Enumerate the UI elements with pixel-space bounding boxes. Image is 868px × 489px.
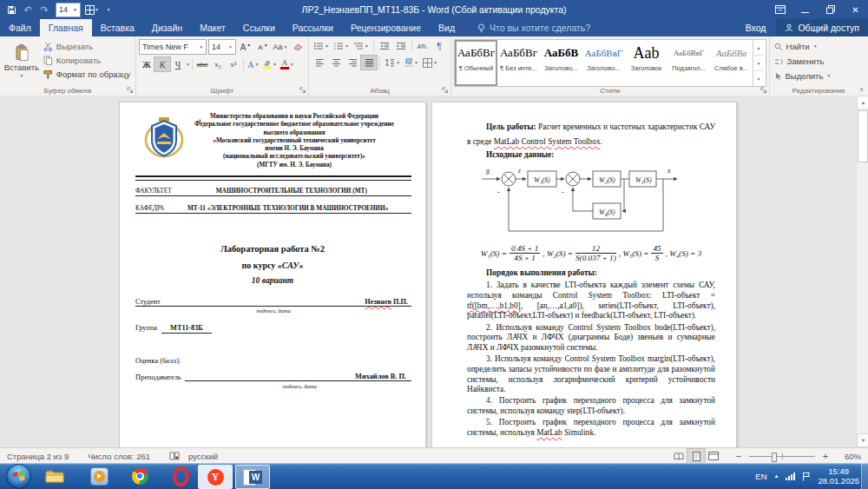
- tell-me-search[interactable]: Что вы хотите сделать?: [477, 19, 590, 36]
- vertical-scrollbar[interactable]: ▲ ▼: [856, 96, 868, 447]
- gallery-scroll-up-icon[interactable]: ▲: [753, 40, 764, 56]
- redo-icon[interactable]: ↷: [37, 2, 51, 17]
- taskbar-word-button[interactable]: W: [235, 465, 270, 489]
- align-right-button[interactable]: [345, 56, 360, 69]
- show-paragraph-marks-button[interactable]: ¶: [431, 39, 447, 53]
- zoom-level[interactable]: 60%: [838, 452, 861, 461]
- text-effects-button[interactable]: А▼: [246, 57, 261, 71]
- style-heading2[interactable]: АаБбВвГ Заголово...: [582, 40, 625, 86]
- tab-mailings[interactable]: Рассылки: [284, 19, 342, 36]
- document-canvas[interactable]: + Министерство образования и науки Росси…: [0, 96, 868, 447]
- dialog-launcher-icon[interactable]: [442, 87, 449, 94]
- subscript-button[interactable]: x₂: [210, 57, 226, 71]
- taskbar-yandex-button[interactable]: Y: [198, 465, 233, 489]
- restore-icon[interactable]: [818, 0, 843, 19]
- zoom-out-button[interactable]: −: [734, 451, 743, 461]
- sign-in-button[interactable]: Вход: [735, 19, 777, 36]
- page-indicator[interactable]: Страница 2 из 9: [7, 452, 69, 461]
- zoom-slider-thumb[interactable]: [772, 453, 777, 462]
- start-button[interactable]: [3, 465, 33, 487]
- numbering-button[interactable]: ▼: [332, 39, 351, 53]
- format-painter-button[interactable]: Формат по образцу: [41, 68, 133, 81]
- ribbon-display-options-icon[interactable]: [767, 0, 792, 19]
- style-subtle-emphasis[interactable]: АаБбВв Слабое в...: [710, 40, 753, 86]
- page-2-content-page[interactable]: Цель работы: Расчет временных и частотны…: [431, 102, 737, 447]
- superscript-button[interactable]: x²: [226, 57, 241, 71]
- style-normal[interactable]: АаБбВг ¶ Обычный: [455, 40, 497, 86]
- zoom-slider[interactable]: [749, 456, 815, 457]
- tab-references[interactable]: Ссылки: [234, 19, 284, 36]
- font-size-combo[interactable]: 14▼: [208, 39, 236, 55]
- dialog-launcher-icon[interactable]: [299, 87, 306, 94]
- style-heading1[interactable]: АаБбВ Заголово...: [540, 40, 582, 86]
- tab-file[interactable]: Файл: [0, 19, 40, 36]
- word-count[interactable]: Число слов: 261: [88, 452, 150, 461]
- tab-view[interactable]: Вид: [430, 19, 464, 36]
- strikethrough-button[interactable]: abc: [194, 57, 210, 71]
- share-button[interactable]: Общий доступ: [776, 19, 868, 36]
- close-icon[interactable]: ✕: [843, 0, 868, 19]
- bullets-button[interactable]: ▼: [312, 39, 331, 53]
- change-case-button[interactable]: Аа▼: [273, 40, 288, 54]
- control-system-block-diagram[interactable]: g ε x - - W₁(S) W₂(S) W₃(S) W₄(S): [464, 163, 690, 238]
- read-mode-icon[interactable]: [670, 449, 687, 463]
- minimize-icon[interactable]: [792, 0, 818, 19]
- select-button[interactable]: Выделить ▼: [774, 69, 864, 83]
- undo-icon[interactable]: ↶: [21, 2, 35, 17]
- web-layout-icon[interactable]: [705, 449, 722, 463]
- save-icon[interactable]: [4, 2, 18, 17]
- taskbar-clock[interactable]: 15:49 28.01.2025: [818, 466, 859, 486]
- grow-font-button[interactable]: А▲: [238, 40, 253, 54]
- qat-font-size-combo[interactable]: 14 ▼: [56, 3, 81, 17]
- style-subtitle[interactable]: АаБбВвГ Подзагол...: [667, 40, 710, 86]
- tab-layout[interactable]: Макет: [191, 19, 234, 36]
- scroll-down-icon[interactable]: ▼: [857, 433, 868, 447]
- scroll-up-icon[interactable]: ▲: [857, 96, 868, 109]
- dialog-launcher-icon[interactable]: [760, 87, 767, 94]
- clear-formatting-icon[interactable]: [290, 40, 306, 54]
- align-center-button[interactable]: [328, 56, 344, 69]
- keyboard-language-indicator[interactable]: EN: [755, 472, 766, 481]
- shading-button[interactable]: ▼: [403, 56, 420, 69]
- style-no-spacing[interactable]: АаБбВг ¶ Без инте...: [497, 40, 540, 86]
- font-color-button[interactable]: А ▼: [279, 57, 296, 71]
- line-spacing-button[interactable]: ▼: [383, 56, 402, 69]
- show-desktop-button[interactable]: [861, 463, 868, 489]
- taskbar-explorer-button[interactable]: [38, 465, 71, 487]
- italic-button[interactable]: К: [155, 57, 170, 71]
- taskbar-chrome-button[interactable]: [123, 465, 156, 487]
- tab-home[interactable]: Главная: [40, 19, 92, 36]
- customize-qat-icon[interactable]: ▼: [102, 2, 115, 17]
- page-1-title-page[interactable]: + Министерство образования и науки Росси…: [119, 102, 426, 447]
- print-layout-icon[interactable]: [687, 449, 705, 463]
- tab-review[interactable]: Рецензирование: [342, 19, 430, 36]
- sort-button[interactable]: АЯ↓: [415, 39, 431, 53]
- bold-button[interactable]: Ж: [139, 57, 155, 71]
- borders-button[interactable]: ▼: [421, 56, 439, 69]
- underline-button[interactable]: Ч: [170, 57, 186, 71]
- dialog-launcher-icon[interactable]: [127, 87, 134, 94]
- gallery-more-icon[interactable]: ▼: [753, 71, 764, 86]
- zoom-in-button[interactable]: +: [821, 451, 830, 461]
- find-button[interactable]: Найти ▼: [774, 40, 864, 53]
- decrease-indent-button[interactable]: [377, 39, 392, 53]
- language-indicator[interactable]: русский: [188, 452, 218, 461]
- taskbar-media-player-button[interactable]: [82, 465, 115, 487]
- hidden-icons-chevron[interactable]: ▲: [774, 473, 779, 479]
- justify-button[interactable]: [361, 56, 377, 69]
- scrollbar-thumb[interactable]: [858, 110, 868, 162]
- paste-button[interactable]: Вставить ▼: [3, 39, 41, 83]
- styles-gallery-scroll[interactable]: ▲ ▼ ▼: [753, 40, 764, 86]
- cut-button[interactable]: Вырезать: [41, 40, 133, 53]
- increase-indent-button[interactable]: [393, 39, 409, 53]
- qat-borders-button[interactable]: ▼: [85, 2, 99, 17]
- style-title[interactable]: Аab Заголовок: [625, 40, 667, 86]
- multilevel-list-button[interactable]: ▼: [352, 39, 371, 53]
- tab-design[interactable]: Дизайн: [143, 19, 191, 36]
- taskbar-opera-button[interactable]: [164, 465, 197, 487]
- action-center-flag-icon[interactable]: [802, 472, 811, 481]
- shrink-font-button[interactable]: А▼: [255, 40, 271, 54]
- gallery-scroll-down-icon[interactable]: ▼: [753, 56, 764, 71]
- proofing-errors-icon[interactable]: [169, 452, 180, 460]
- copy-button[interactable]: Копировать: [41, 54, 133, 67]
